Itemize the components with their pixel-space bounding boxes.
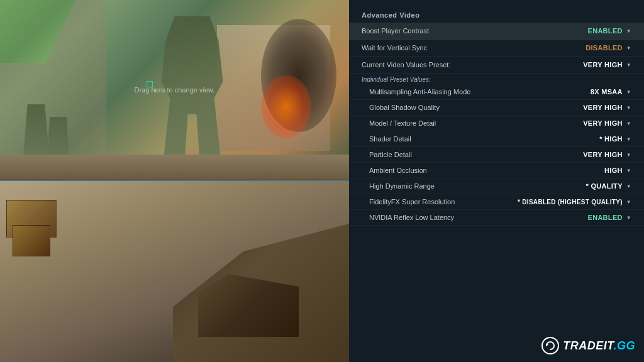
section-header: Advanced Video	[349, 6, 644, 23]
chevron-icon: ▼	[626, 121, 631, 126]
setting-value-boost: ENABLED ▼	[588, 27, 632, 35]
setting-row-ao[interactable]: Ambient Occlusion HIGH ▼	[349, 163, 644, 178]
game-top-half: Drag here to change view.	[0, 0, 349, 181]
setting-label-shadow: Global Shadow Quality	[369, 104, 583, 111]
chevron-icon: ▼	[626, 152, 631, 158]
tradeit-icon	[541, 337, 559, 354]
chevron-icon: ▼	[626, 105, 631, 111]
chevron-icon: ▼	[626, 184, 631, 189]
chevron-icon: ▼	[626, 62, 631, 68]
setting-label-fsr: FidelityFX Super Resolution	[369, 198, 518, 206]
chevron-icon: ▼	[626, 89, 631, 95]
setting-row-shadow[interactable]: Global Shadow Quality VERY HIGH ▼	[349, 100, 644, 116]
setting-label-msaa: Multisampling Anti-Aliasing Mode	[369, 88, 591, 96]
setting-label-hdr: High Dynamic Range	[369, 182, 586, 190]
setting-row-boost-player-contrast[interactable]: Boost Player Contrast ENABLED ▼	[349, 23, 644, 40]
setting-value-ao: HIGH ▼	[604, 167, 631, 174]
setting-row-msaa[interactable]: Multisampling Anti-Aliasing Mode 8X MSAA…	[349, 84, 644, 100]
game-bottom-half	[0, 181, 349, 362]
settings-panel: Advanced Video Boost Player Contrast ENA…	[349, 0, 644, 362]
setting-value-shader: * HIGH ▼	[599, 135, 631, 143]
setting-row-fsr[interactable]: FidelityFX Super Resolution * DISABLED (…	[349, 194, 644, 210]
chevron-icon: ▼	[626, 28, 631, 34]
setting-label-model: Model / Texture Detail	[369, 119, 583, 127]
setting-row-shader[interactable]: Shader Detail * HIGH ▼	[349, 131, 644, 147]
setting-value-vsync: DISABLED ▼	[586, 44, 631, 52]
subsection-header: Individual Preset Values:	[349, 74, 644, 84]
setting-row-vsync[interactable]: Wait for Vertical Sync DISABLED ▼	[349, 40, 644, 57]
setting-label-reflex: NVIDIA Reflex Low Latency	[369, 214, 588, 221]
setting-label-preset: Current Video Values Preset:	[362, 61, 583, 69]
setting-label-ao: Ambient Occlusion	[369, 167, 604, 174]
game-viewport: Drag here to change view.	[0, 0, 349, 362]
setting-label-shader: Shader Detail	[369, 135, 599, 143]
crate-2	[13, 225, 50, 256]
tradeit-logo: TRADEIT.GG	[541, 337, 635, 354]
chevron-icon: ▼	[626, 168, 631, 173]
setting-value-fsr: * DISABLED (HIGHEST QUALITY) ▼	[518, 199, 631, 206]
chevron-icon: ▼	[626, 136, 631, 142]
setting-row-reflex[interactable]: NVIDIA Reflex Low Latency ENABLED ▼	[349, 210, 644, 226]
setting-row-particle[interactable]: Particle Detail VERY HIGH ▼	[349, 147, 644, 163]
svg-point-0	[542, 337, 558, 354]
setting-row-hdr[interactable]: High Dynamic Range * QUALITY ▼	[349, 178, 644, 194]
chevron-icon: ▼	[626, 199, 631, 205]
chevron-icon: ▼	[626, 45, 631, 51]
setting-value-reflex: ENABLED ▼	[588, 214, 632, 221]
setting-value-msaa: 8X MSAA ▼	[591, 88, 631, 96]
setting-label-boost: Boost Player Contrast	[362, 27, 588, 35]
chevron-icon: ▼	[626, 215, 631, 221]
tradeit-domain: .GG	[613, 339, 635, 352]
setting-value-particle: VERY HIGH ▼	[583, 151, 631, 158]
setting-label-vsync: Wait for Vertical Sync	[362, 44, 586, 52]
setting-value-shadow: VERY HIGH ▼	[583, 104, 631, 111]
main-wrapper: Drag here to change view. Advanced Video…	[0, 0, 644, 362]
fire-effect	[261, 75, 311, 138]
tradeit-brand-text: TRADEIT.GG	[563, 339, 635, 353]
drag-hint-text: Drag here to change view.	[135, 86, 215, 94]
setting-value-model: VERY HIGH ▼	[583, 119, 631, 127]
ground-top	[0, 155, 349, 180]
setting-value-hdr: * QUALITY ▼	[586, 182, 631, 190]
setting-value-preset: VERY HIGH ▼	[583, 61, 631, 69]
setting-row-preset[interactable]: Current Video Values Preset: VERY HIGH ▼	[349, 57, 644, 74]
setting-label-particle: Particle Detail	[369, 151, 583, 158]
setting-row-model[interactable]: Model / Texture Detail VERY HIGH ▼	[349, 116, 644, 131]
